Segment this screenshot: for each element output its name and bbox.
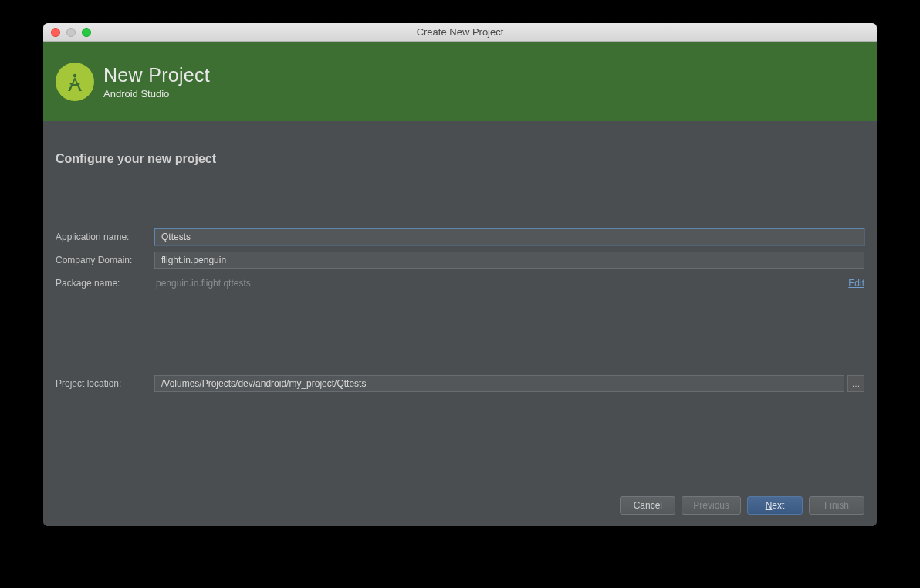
company-domain-input[interactable] — [154, 252, 864, 269]
dialog-window: Create New Project New Project Android S… — [43, 23, 877, 526]
spacer — [56, 297, 864, 374]
header-title: New Project — [103, 64, 210, 86]
package-name-value: penguin.in.flight.qttests — [154, 275, 842, 291]
browse-button[interactable]: … — [847, 375, 864, 392]
ellipsis-icon: … — [852, 379, 861, 388]
cancel-button[interactable]: Cancel — [620, 496, 675, 515]
section-title: Configure your new project — [56, 152, 864, 166]
maximize-icon[interactable] — [82, 28, 91, 37]
close-icon[interactable] — [51, 28, 60, 37]
window-title: Create New Project — [43, 26, 877, 38]
next-button[interactable]: Next — [747, 496, 803, 515]
previous-button: Previous — [682, 496, 741, 515]
application-name-input[interactable] — [154, 228, 864, 245]
titlebar[interactable]: Create New Project — [43, 23, 877, 42]
application-name-row: Application name: — [56, 228, 864, 246]
next-rest: ext — [772, 500, 784, 511]
window-controls — [43, 28, 91, 37]
minimize-icon — [66, 28, 76, 37]
svg-point-0 — [73, 73, 76, 76]
package-name-row: Package name: penguin.in.flight.qttests … — [56, 274, 864, 292]
finish-button: Finish — [809, 496, 864, 515]
wizard-footer: Cancel Previous Next Finish — [43, 492, 877, 526]
header-text: New Project Android Studio — [103, 64, 210, 100]
project-location-label: Project location: — [56, 378, 154, 389]
project-location-row: Project location: … — [56, 374, 864, 393]
project-location-input[interactable] — [154, 375, 844, 392]
company-domain-label: Company Domain: — [56, 255, 154, 265]
edit-package-link[interactable]: Edit — [848, 278, 864, 289]
wizard-content: Configure your new project Application n… — [43, 121, 877, 492]
header-subtitle: Android Studio — [103, 88, 210, 100]
company-domain-row: Company Domain: — [56, 251, 864, 269]
android-studio-icon — [56, 63, 94, 101]
application-name-label: Application name: — [56, 231, 154, 242]
package-name-label: Package name: — [56, 278, 154, 289]
wizard-header: New Project Android Studio — [43, 42, 877, 121]
